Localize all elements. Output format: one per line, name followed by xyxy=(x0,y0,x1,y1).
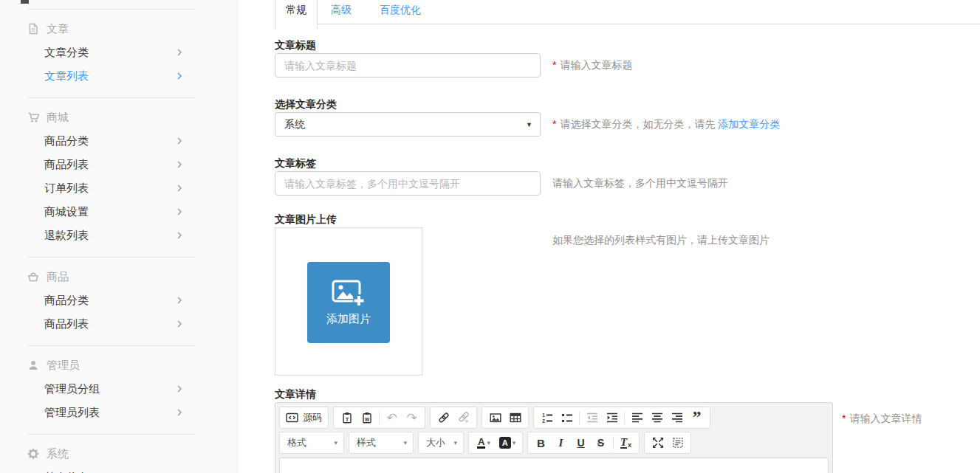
numbered-list-button[interactable]: 1 2 xyxy=(537,408,557,427)
add-image-button[interactable]: 添加图片 xyxy=(307,262,390,343)
undo-button[interactable]: ↶ xyxy=(382,408,402,427)
sidebar-section-system: 系统 xyxy=(27,442,237,466)
article-tags-label: 文章标签 xyxy=(275,156,980,170)
field-article-category: 选择文章分类 系统 ▼ *请选择文章分类，如无分类，请先 添加文章分类 xyxy=(275,97,980,137)
sidebar-item-basic-info[interactable]: 基本信息 xyxy=(44,466,182,473)
editor-toolbar-row-1: 源码 T xyxy=(279,407,829,429)
size-dropdown[interactable]: 大小 ▾ xyxy=(418,432,464,454)
sidebar-divider xyxy=(27,257,195,258)
table-icon xyxy=(510,412,521,424)
maximize-icon xyxy=(652,437,664,449)
format-dropdown[interactable]: 格式 ▾ xyxy=(279,432,344,454)
sidebar-divider xyxy=(27,345,195,346)
article-tags-input[interactable] xyxy=(275,171,541,196)
article-detail-hint: *请输入文章详情 xyxy=(842,412,922,426)
align-center-button[interactable] xyxy=(647,408,667,427)
clipboard-group: T W xyxy=(333,407,425,429)
decrease-indent-button[interactable] xyxy=(582,408,602,427)
source-code-button[interactable]: 源码 xyxy=(279,407,329,429)
tab-bar: 常规 高级 百度优化 xyxy=(275,0,980,30)
image-upload-dropzone[interactable]: 添加图片 xyxy=(275,227,422,376)
tab-label: 百度优化 xyxy=(380,4,421,15)
maximize-button[interactable] xyxy=(648,433,668,452)
item-label: 商品分类 xyxy=(44,294,89,308)
increase-indent-button[interactable] xyxy=(602,408,622,427)
mall-cart-icon xyxy=(27,111,39,123)
italic-icon: I xyxy=(559,437,563,449)
tab-baidu-seo[interactable]: 百度优化 xyxy=(380,4,421,17)
insert-link-button[interactable] xyxy=(434,408,453,427)
outdent-icon xyxy=(586,412,598,424)
editor-content-area[interactable] xyxy=(279,458,829,473)
blockquote-button[interactable]: ” xyxy=(687,408,707,427)
sidebar-item-refund-list[interactable]: 退款列表 xyxy=(44,224,182,247)
chevron-right-icon xyxy=(177,137,182,145)
underline-button[interactable]: U xyxy=(571,433,591,452)
article-category-select[interactable]: 系统 ▼ xyxy=(275,112,541,137)
rich-text-editor: 源码 T xyxy=(275,402,833,473)
bulleted-list-button[interactable] xyxy=(557,408,577,427)
tab-advanced[interactable]: 高级 xyxy=(331,4,352,17)
select-value: 系统 xyxy=(284,118,305,131)
sidebar-item-order-list[interactable]: 订单列表 xyxy=(44,176,182,200)
indent-icon xyxy=(606,412,618,424)
toolbar-separator xyxy=(624,412,625,424)
align-left-button[interactable] xyxy=(627,408,647,427)
sidebar-item-admin-group[interactable]: 管理员分组 xyxy=(44,377,182,401)
sidebar-item-goods-list[interactable]: 商品列表 xyxy=(44,312,182,336)
article-image-hint: 如果您选择的列表样式有图片，请上传文章图片 xyxy=(552,234,770,247)
unlink-button[interactable] xyxy=(453,408,473,427)
toolbar-separator xyxy=(613,437,614,449)
sidebar-section-mall: 商城 xyxy=(27,106,237,129)
size-dropdown-label: 大小 xyxy=(426,436,445,449)
remove-format-button[interactable]: Tx xyxy=(616,433,636,452)
add-category-link[interactable]: 添加文章分类 xyxy=(718,118,780,130)
cutoff-menu-icon-fragment xyxy=(21,0,29,4)
svg-text:T: T xyxy=(345,416,349,423)
image-icon xyxy=(490,412,501,424)
article-title-input[interactable] xyxy=(275,53,541,77)
align-right-button[interactable] xyxy=(667,408,687,427)
sidebar-item-article-list[interactable]: 文章列表 xyxy=(44,64,182,88)
add-image-button-label: 添加图片 xyxy=(326,312,371,326)
italic-button[interactable]: I xyxy=(551,433,571,452)
bulleted-list-icon xyxy=(561,412,573,424)
sidebar-item-article-category[interactable]: 文章分类 xyxy=(44,41,182,64)
system-gear-icon xyxy=(27,448,39,460)
style-dropdown[interactable]: 样式 ▾ xyxy=(349,432,414,454)
style-dropdown-label: 样式 xyxy=(357,436,376,449)
dropdown-caret-icon: ▾ xyxy=(453,439,457,446)
section-title: 商城 xyxy=(47,111,69,125)
paste-as-text-button[interactable]: T xyxy=(337,408,357,427)
sidebar-item-product-category[interactable]: 商品分类 xyxy=(44,129,182,153)
unlink-icon xyxy=(458,412,470,424)
paste-from-word-button[interactable]: W xyxy=(357,408,377,427)
sidebar-divider xyxy=(27,97,195,98)
bold-button[interactable]: B xyxy=(531,433,551,452)
select-caret-icon: ▼ xyxy=(526,121,532,128)
chevron-right-icon xyxy=(177,231,182,240)
section-title: 商品 xyxy=(47,270,69,284)
undo-icon: ↶ xyxy=(386,412,397,424)
underline-icon: U xyxy=(577,437,584,449)
sidebar: 文章 文章分类 文章列表 商城 商品分类 商品列表 订单列表 xyxy=(0,0,238,473)
sidebar-item-admin-list[interactable]: 管理员列表 xyxy=(44,401,182,424)
redo-icon: ↷ xyxy=(406,412,417,424)
source-code-icon xyxy=(286,412,298,424)
sidebar-item-goods-category[interactable]: 商品分类 xyxy=(44,289,182,312)
insert-table-button[interactable] xyxy=(505,408,525,427)
show-blocks-icon xyxy=(672,437,684,449)
background-color-button[interactable]: A ▾ xyxy=(496,433,519,452)
strikethrough-button[interactable]: S xyxy=(591,433,611,452)
admin-user-icon xyxy=(27,359,39,371)
sidebar-item-product-list[interactable]: 商品列表 xyxy=(44,153,182,176)
sidebar-item-mall-settings[interactable]: 商城设置 xyxy=(44,200,182,224)
insert-image-button[interactable] xyxy=(485,408,505,427)
tab-general[interactable]: 常规 xyxy=(275,0,318,30)
chevron-right-icon xyxy=(177,320,182,328)
toolbar-separator xyxy=(579,412,580,424)
toolbar-separator xyxy=(379,412,380,424)
show-blocks-button[interactable] xyxy=(668,433,688,452)
redo-button[interactable]: ↷ xyxy=(402,408,422,427)
text-color-button[interactable]: A ▾ xyxy=(472,433,496,452)
